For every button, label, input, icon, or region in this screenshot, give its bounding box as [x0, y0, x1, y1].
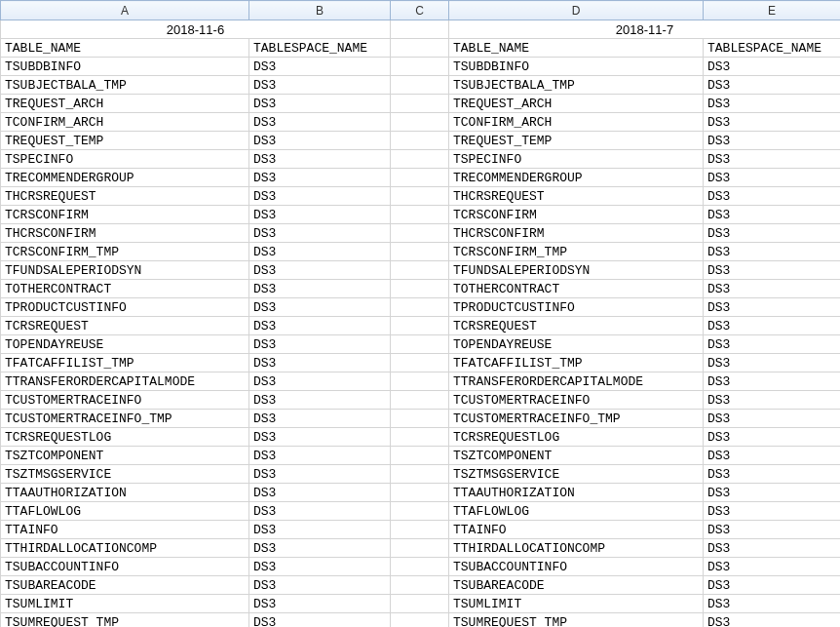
cell-A[interactable]: TSUBDBINFO: [1, 58, 249, 76]
cell-C[interactable]: [391, 261, 449, 280]
cell-E[interactable]: DS3: [704, 521, 841, 539]
table-row[interactable]: TCRSCONFIRM_TMPDS3TCRSCONFIRM_TMPDS3: [1, 243, 841, 261]
cell-D[interactable]: TFUNDSALEPERIODSYN: [449, 261, 704, 280]
table-row[interactable]: THCRSCONFIRMDS3THCRSCONFIRMDS3: [1, 224, 841, 243]
table-row[interactable]: TCUSTOMERTRACEINFODS3TCUSTOMERTRACEINFOD…: [1, 391, 841, 410]
cell-C[interactable]: [391, 317, 449, 335]
table-row[interactable]: TREQUEST_TEMPDS3TREQUEST_TEMPDS3: [1, 132, 841, 150]
cell-A[interactable]: TOPENDAYREUSE: [1, 335, 249, 354]
cell-D[interactable]: TCONFIRM_ARCH: [449, 113, 704, 132]
sub-header-A[interactable]: TABLE_NAME: [1, 39, 249, 58]
cell-A[interactable]: TSZTMSGSERVICE: [1, 465, 249, 484]
cell-B[interactable]: DS3: [249, 76, 391, 95]
cell-C[interactable]: [391, 224, 449, 243]
cell-C[interactable]: [391, 372, 449, 391]
cell-B[interactable]: DS3: [249, 372, 391, 391]
table-row[interactable]: TSUMLIMITDS3TSUMLIMITDS3: [1, 595, 841, 613]
cell-A[interactable]: TREQUEST_ARCH: [1, 95, 249, 113]
cell-A[interactable]: TCRSCONFIRM_TMP: [1, 243, 249, 261]
cell-E[interactable]: DS3: [704, 410, 841, 428]
cell-A[interactable]: TTAAUTHORIZATION: [1, 484, 249, 502]
cell-D[interactable]: TTHIRDALLOCATIONCOMP: [449, 539, 704, 558]
table-row[interactable]: TCRSREQUESTLOGDS3TCRSREQUESTLOGDS3: [1, 428, 841, 447]
cell-B[interactable]: DS3: [249, 410, 391, 428]
cell-E[interactable]: DS3: [704, 224, 841, 243]
cell-D[interactable]: TTAINFO: [449, 521, 704, 539]
cell-D[interactable]: TSUBACCOUNTINFO: [449, 558, 704, 576]
cell-B[interactable]: DS3: [249, 95, 391, 113]
cell-E[interactable]: DS3: [704, 354, 841, 372]
cell-C[interactable]: [391, 447, 449, 465]
cell-C[interactable]: [391, 169, 449, 187]
cell-A[interactable]: TCRSREQUEST: [1, 317, 249, 335]
cell-B[interactable]: DS3: [249, 169, 391, 187]
table-row[interactable]: THCRSREQUESTDS3THCRSREQUESTDS3: [1, 187, 841, 206]
cell-C[interactable]: [391, 521, 449, 539]
cell-D[interactable]: TSZTMSGSERVICE: [449, 465, 704, 484]
cell-D[interactable]: TTAAUTHORIZATION: [449, 484, 704, 502]
table-row[interactable]: TSUBACCOUNTINFODS3TSUBACCOUNTINFODS3: [1, 558, 841, 576]
cell-A[interactable]: THCRSCONFIRM: [1, 224, 249, 243]
cell-E[interactable]: DS3: [704, 298, 841, 317]
cell-E[interactable]: DS3: [704, 169, 841, 187]
table-row[interactable]: TTRANSFERORDERCAPITALMODEDS3TTRANSFERORD…: [1, 372, 841, 391]
cell-A[interactable]: TOTHERCONTRACT: [1, 280, 249, 298]
sub-header-E[interactable]: TABLESPACE_NAME: [704, 39, 841, 58]
table-row[interactable]: TSUBJECTBALA_TMPDS3TSUBJECTBALA_TMPDS3: [1, 76, 841, 95]
cell-E[interactable]: DS3: [704, 280, 841, 298]
cell-E[interactable]: DS3: [704, 206, 841, 224]
sub-header-D[interactable]: TABLE_NAME: [449, 39, 704, 58]
cell-B[interactable]: DS3: [249, 317, 391, 335]
cell-D[interactable]: TTAFLOWLOG: [449, 502, 704, 521]
cell-E[interactable]: DS3: [704, 76, 841, 95]
table-row[interactable]: TPRODUCTCUSTINFODS3TPRODUCTCUSTINFODS3: [1, 298, 841, 317]
cell-E[interactable]: DS3: [704, 243, 841, 261]
cell-B[interactable]: DS3: [249, 243, 391, 261]
cell-B[interactable]: DS3: [249, 298, 391, 317]
cell-C[interactable]: [391, 58, 449, 76]
cell-E[interactable]: DS3: [704, 150, 841, 169]
cell-C[interactable]: [391, 484, 449, 502]
cell-D[interactable]: TSZTCOMPONENT: [449, 447, 704, 465]
cell-D[interactable]: TSUBDBINFO: [449, 58, 704, 76]
cell-A[interactable]: TPRODUCTCUSTINFO: [1, 298, 249, 317]
cell-A[interactable]: TSUBAREACODE: [1, 576, 249, 595]
cell-E[interactable]: DS3: [704, 317, 841, 335]
cell-D[interactable]: TSUBAREACODE: [449, 576, 704, 595]
date-header-left[interactable]: 2018-11-6: [1, 20, 391, 39]
cell-D[interactable]: TFATCAFFILIST_TMP: [449, 354, 704, 372]
cell-E[interactable]: DS3: [704, 595, 841, 613]
cell-D[interactable]: THCRSCONFIRM: [449, 224, 704, 243]
cell-B[interactable]: DS3: [249, 206, 391, 224]
cell-D[interactable]: TOTHERCONTRACT: [449, 280, 704, 298]
table-row[interactable]: TTAINFODS3TTAINFODS3: [1, 521, 841, 539]
cell-D[interactable]: TCRSREQUESTLOG: [449, 428, 704, 447]
cell-D[interactable]: TSUMLIMIT: [449, 595, 704, 613]
cell-C[interactable]: [391, 298, 449, 317]
cell-C[interactable]: [391, 502, 449, 521]
cell-C[interactable]: [391, 280, 449, 298]
cell-E[interactable]: DS3: [704, 113, 841, 132]
cell-C[interactable]: [391, 558, 449, 576]
cell-C[interactable]: [391, 335, 449, 354]
col-header-A[interactable]: A: [1, 1, 249, 20]
sub-header-B[interactable]: TABLESPACE_NAME: [249, 39, 391, 58]
cell-B[interactable]: DS3: [249, 280, 391, 298]
cell-E[interactable]: DS3: [704, 558, 841, 576]
cell-A[interactable]: TSUBACCOUNTINFO: [1, 558, 249, 576]
cell-B[interactable]: DS3: [249, 484, 391, 502]
cell-C[interactable]: [391, 576, 449, 595]
sub-header-C[interactable]: [391, 39, 449, 58]
cell-B[interactable]: DS3: [249, 539, 391, 558]
cell-C[interactable]: [391, 206, 449, 224]
table-row[interactable]: TTHIRDALLOCATIONCOMPDS3TTHIRDALLOCATIONC…: [1, 539, 841, 558]
cell-B[interactable]: DS3: [249, 335, 391, 354]
col-header-E[interactable]: E: [704, 1, 841, 20]
table-row[interactable]: TCUSTOMERTRACEINFO_TMPDS3TCUSTOMERTRACEI…: [1, 410, 841, 428]
cell-E[interactable]: DS3: [704, 261, 841, 280]
cell-A[interactable]: TFUNDSALEPERIODSYN: [1, 261, 249, 280]
cell-B[interactable]: DS3: [249, 132, 391, 150]
cell-C[interactable]: [391, 428, 449, 447]
sub-header-row[interactable]: TABLE_NAMETABLESPACE_NAMETABLE_NAMETABLE…: [1, 39, 841, 58]
cell-A[interactable]: TTAFLOWLOG: [1, 502, 249, 521]
